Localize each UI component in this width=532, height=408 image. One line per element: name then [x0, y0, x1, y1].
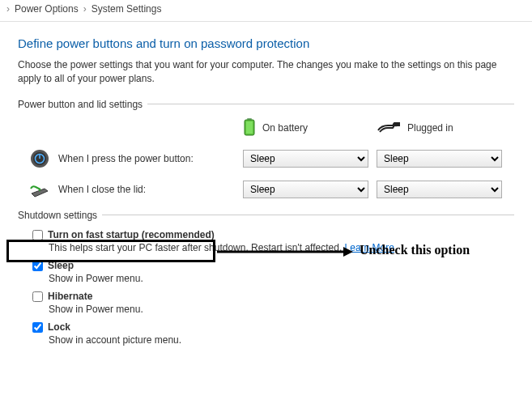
chevron-right-icon: ›	[6, 3, 10, 15]
lock-checkbox[interactable]	[32, 322, 43, 333]
lock-row: Lock	[18, 321, 514, 333]
col-on-battery: On battery	[243, 118, 377, 138]
row-close-lid-label: When I close the lid:	[58, 184, 146, 195]
row-close-lid: When I close the lid: Sleep Sleep	[18, 179, 514, 200]
sleep-checkbox[interactable]	[32, 261, 43, 271]
lock-sub: Show in account picture menu.	[18, 334, 514, 346]
hibernate-label: Hibernate	[48, 291, 92, 302]
row-power-button: When I press the power button: Sleep Sle…	[18, 148, 514, 169]
page-description: Choose the power settings that you want …	[18, 58, 514, 86]
section-power-button: Power button and lid settings	[18, 99, 514, 110]
lid-battery-select[interactable]: Sleep	[243, 181, 368, 198]
chevron-right-icon: ›	[83, 3, 87, 15]
divider	[102, 215, 514, 215]
hibernate-row: Hibernate	[18, 291, 514, 302]
svg-point-3	[393, 122, 399, 125]
col-plugged-in-label: Plugged in	[407, 122, 453, 134]
annotation-text: Uncheck this option	[360, 243, 470, 257]
col-on-battery-label: On battery	[262, 122, 308, 134]
section-shutdown-label: Shutdown settings	[18, 210, 97, 221]
lid-plugged-select[interactable]: Sleep	[377, 181, 502, 198]
col-plugged-in: Plugged in	[377, 121, 510, 136]
sleep-row: Sleep	[18, 260, 514, 271]
section-power-button-label: Power button and lid settings	[18, 99, 143, 110]
fast-startup-row: Turn on fast startup (recommended)	[18, 229, 514, 240]
page-title: Define power buttons and turn on passwor…	[18, 36, 514, 50]
battery-icon	[243, 118, 256, 138]
divider	[147, 104, 514, 104]
fast-startup-checkbox[interactable]	[32, 230, 43, 240]
section-shutdown: Shutdown settings	[18, 210, 514, 221]
column-headers: On battery Plugged in	[18, 118, 514, 138]
fast-startup-sub-text: This helps start your PC faster after sh…	[49, 242, 345, 253]
plug-icon	[377, 121, 401, 136]
lock-label: Lock	[48, 321, 70, 333]
sleep-label: Sleep	[48, 260, 74, 271]
power-button-plugged-select[interactable]: Sleep	[377, 150, 502, 168]
power-button-icon	[29, 148, 50, 169]
breadcrumb-system-settings[interactable]: System Settings	[92, 3, 162, 15]
power-button-battery-select[interactable]: Sleep	[243, 150, 368, 168]
sleep-sub: Show in Power menu.	[18, 273, 514, 284]
breadcrumb[interactable]: › Power Options › System Settings	[0, 0, 532, 22]
breadcrumb-power-options[interactable]: Power Options	[15, 3, 79, 15]
hibernate-checkbox[interactable]	[32, 291, 43, 302]
lid-icon	[29, 179, 50, 200]
fast-startup-label: Turn on fast startup (recommended)	[48, 229, 215, 240]
row-power-button-label: When I press the power button:	[58, 153, 194, 164]
svg-rect-2	[246, 121, 253, 134]
hibernate-sub: Show in Power menu.	[18, 304, 514, 315]
